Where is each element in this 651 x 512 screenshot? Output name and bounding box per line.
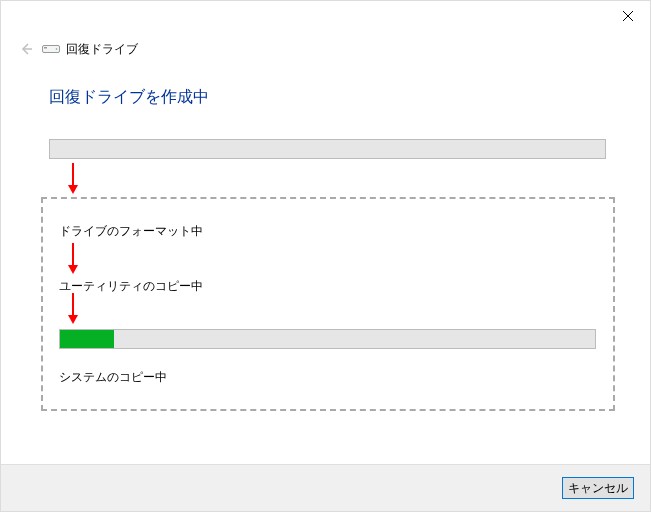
step-format-label: ドライブのフォーマット中 [59,223,203,240]
svg-marker-7 [68,185,78,194]
svg-point-5 [56,48,58,50]
arrow-down-icon [66,291,80,325]
progress-bar-top [49,139,606,159]
svg-rect-4 [44,47,47,49]
header-row: 回復ドライブ [16,39,138,59]
wizard-window: 回復ドライブ 回復ドライブを作成中 ドライブのフォーマット中 ユーティリティのコ… [0,0,651,512]
progress-bar-fill [60,330,114,348]
progress-bar-main [59,329,596,349]
cancel-button[interactable]: キャンセル [562,477,634,499]
arrow-down-icon [66,241,80,275]
back-arrow-icon [18,41,34,57]
title-bar [1,1,650,31]
close-button[interactable] [605,1,650,31]
page-title: 回復ドライブを作成中 [49,87,209,108]
arrow-down-icon [66,161,80,195]
close-icon [623,11,633,21]
footer: キャンセル [1,464,650,511]
step-copy-utilities-label: ユーティリティのコピー中 [59,278,203,295]
breadcrumb: 回復ドライブ [66,41,138,58]
svg-marker-11 [68,315,78,324]
step-copy-system-label: システムのコピー中 [59,369,167,386]
drive-icon [42,43,60,55]
back-button [16,39,36,59]
svg-marker-9 [68,265,78,274]
